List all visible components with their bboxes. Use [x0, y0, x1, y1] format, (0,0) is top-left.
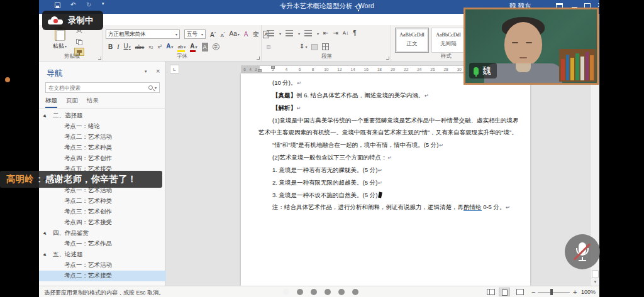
bullet-list-icon[interactable]: [267, 30, 274, 36]
align-center-icon[interactable]: [275, 45, 279, 49]
copy-icon[interactable]: [74, 38, 84, 46]
print-layout-icon[interactable]: [499, 288, 510, 296]
nav-item[interactable]: 考点三：艺术创作: [39, 207, 166, 217]
book-spine: [580, 57, 584, 80]
tab-stop-selector[interactable]: L: [170, 65, 179, 73]
font-dialog-launcher-icon[interactable]: [257, 57, 260, 60]
borders-icon[interactable]: [322, 43, 329, 50]
increase-indent-icon[interactable]: ⇥: [333, 29, 338, 38]
strikethrough-icon[interactable]: abc: [135, 43, 145, 51]
nav-item[interactable]: 考点一：艺术活动: [39, 260, 166, 271]
page-indicator-dot[interactable]: [338, 289, 345, 295]
collapse-triangle-icon: ▶: [43, 230, 48, 235]
document-page[interactable]: (10 分)。↵【真题】例 6. 结合具体艺术作品，阐述意境的美学内涵。↵【解析…: [241, 73, 530, 286]
bold-icon[interactable]: B: [108, 43, 113, 51]
search-options-chevron-icon[interactable]: ▾: [155, 85, 157, 90]
nav-item[interactable]: 考点二：艺术活动: [39, 132, 166, 143]
page-indicator-dot[interactable]: [352, 289, 358, 295]
font-name-select[interactable]: 方正粗黑宋简体▾: [106, 30, 180, 39]
nav-options-chevron-icon[interactable]: ▾: [145, 69, 147, 74]
justify-icon[interactable]: [291, 45, 295, 49]
italic-icon[interactable]: I: [117, 43, 119, 51]
paragraph-mark: ↵: [297, 105, 301, 111]
page-indicator-dot[interactable]: [297, 289, 303, 295]
read-mode-icon[interactable]: [484, 288, 496, 296]
clipboard-group-label: 剪贴板: [42, 53, 103, 60]
clear-formatting-icon[interactable]: A: [244, 30, 248, 39]
webcam-overlay[interactable]: 魏: [464, 8, 599, 85]
shrink-font-icon[interactable]: Aˇ: [221, 29, 225, 40]
nav-item[interactable]: ▶五、论述题: [39, 249, 166, 260]
paste-button[interactable]: 粘贴▾: [49, 28, 70, 50]
nav-search-box[interactable]: ▾: [45, 82, 160, 93]
clipboard-dialog-launcher-icon[interactable]: [98, 57, 101, 60]
subscript-icon[interactable]: x₂: [148, 43, 153, 51]
superscript-icon[interactable]: x²: [157, 43, 162, 51]
phonetic-guide-icon[interactable]: 变: [252, 30, 258, 39]
scrollbar-thumb[interactable]: [592, 270, 599, 278]
bookshelf: [559, 49, 596, 82]
style-card[interactable]: AaBbCcDdl正文: [395, 28, 429, 53]
book-spine: [586, 52, 589, 80]
paragraph-group-label: 段落: [263, 53, 391, 60]
zoom-in-icon[interactable]: +: [573, 288, 577, 296]
numbered-list-icon[interactable]: [286, 30, 293, 36]
undo-icon[interactable]: ↶: [70, 1, 75, 8]
save-icon[interactable]: [55, 3, 60, 8]
page-indicator-dot[interactable]: [325, 289, 331, 295]
nav-item[interactable]: 考点一：绪论: [39, 121, 166, 132]
nav-item[interactable]: ▶二、选择题: [39, 111, 166, 121]
nav-item-label: 考点一：艺术活动: [64, 261, 112, 269]
enclose-characters-icon[interactable]: 字: [213, 43, 219, 50]
mic-muted-button[interactable]: [565, 234, 600, 269]
change-case-icon[interactable]: Aa▾: [230, 30, 240, 39]
text-effects-icon[interactable]: A▾: [166, 42, 173, 51]
grow-font-icon[interactable]: A^: [210, 29, 216, 40]
font-size-select[interactable]: 五号▾: [184, 30, 206, 39]
style-preview: AaBbCcDdl: [432, 32, 465, 38]
shading-icon[interactable]: [311, 44, 318, 50]
nav-tab-标题[interactable]: 标题: [45, 97, 57, 108]
multilevel-list-icon[interactable]: [304, 30, 312, 36]
underline-icon[interactable]: U▾: [124, 42, 131, 51]
nav-item[interactable]: 考点四：艺术接受: [39, 217, 166, 228]
search-icon[interactable]: [148, 85, 153, 90]
zoom-out-icon[interactable]: −: [531, 288, 535, 296]
highlight-color-icon[interactable]: ab▾: [177, 43, 186, 51]
nav-search-input[interactable]: [46, 85, 148, 91]
qat-customize-icon[interactable]: ▾: [102, 1, 104, 6]
nav-tab-页面[interactable]: 页面: [66, 97, 78, 108]
line-spacing-icon[interactable]: ⇕▾: [299, 42, 307, 51]
nav-close-icon[interactable]: ×: [156, 67, 160, 75]
scroll-down-icon[interactable]: ▼: [592, 279, 599, 285]
page-indicator-dot[interactable]: [311, 289, 317, 295]
nav-item[interactable]: ▶四、作品鉴赏: [39, 228, 166, 239]
font-color-icon[interactable]: A▾: [190, 42, 197, 51]
nav-item[interactable]: 考点四：艺术创作: [39, 153, 166, 164]
align-left-icon[interactable]: [267, 45, 270, 49]
sort-icon[interactable]: A↓: [343, 29, 348, 38]
zoom-slider-thumb[interactable]: [550, 289, 553, 295]
align-right-icon[interactable]: [283, 45, 287, 49]
nav-item[interactable]: 考点一：艺术作品: [39, 239, 166, 249]
zoom-slider-track[interactable]: [538, 292, 570, 293]
style-preview: AaBbCcDdl: [396, 32, 428, 38]
page-indicator-dot[interactable]: [283, 289, 289, 295]
character-shading-icon[interactable]: A: [202, 43, 208, 51]
style-card[interactable]: AaBbCcDdl无间隔: [431, 28, 465, 53]
nav-item-label: 考点三：艺术种类: [64, 144, 112, 152]
show-marks-icon[interactable]: ¶: [353, 29, 356, 38]
nav-tab-结果[interactable]: 结果: [87, 97, 99, 108]
nav-item[interactable]: 考点二：艺术种类: [39, 196, 166, 207]
nav-item[interactable]: 考点三：艺术种类: [39, 143, 166, 153]
nav-item[interactable]: 考点二：艺术接受: [39, 271, 166, 281]
redo-icon[interactable]: ↻: [86, 1, 91, 8]
zoom-level[interactable]: 100%: [581, 289, 596, 295]
decrease-indent-icon[interactable]: ⇤: [323, 29, 328, 38]
paragraph-dialog-launcher-icon[interactable]: [386, 57, 389, 60]
left-indent-marker[interactable]: [258, 69, 262, 72]
web-layout-icon[interactable]: [514, 288, 525, 296]
style-label: 正文: [396, 40, 428, 48]
ruler-tick: 2: [272, 67, 274, 72]
collapse-triangle-icon: ▶: [43, 113, 48, 118]
